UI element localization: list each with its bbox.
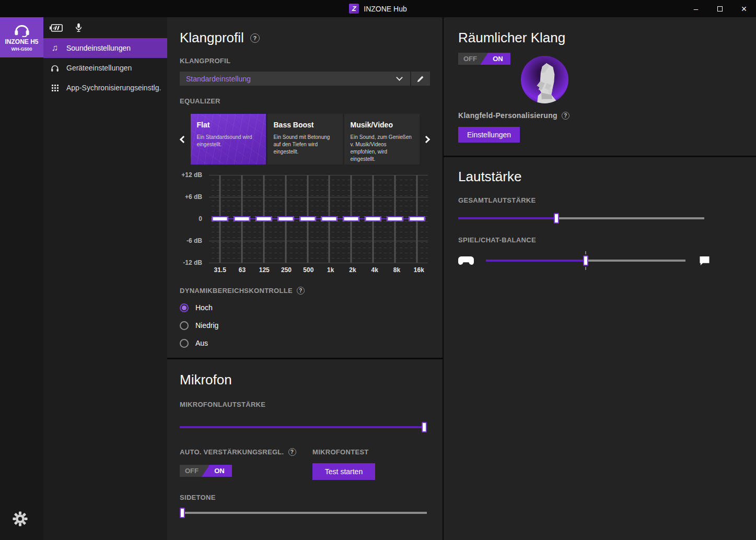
agc-label-text: AUTO. VERSTÄRKUNGSREGL. [180, 448, 284, 456]
radio-button[interactable] [180, 339, 189, 348]
eq-band-handle[interactable] [255, 216, 272, 221]
sidetone-track[interactable] [180, 512, 427, 514]
sidebar-item-ger-teeinstellungen[interactable]: Geräteeinstellungen [43, 58, 167, 78]
eq-band-handle[interactable] [321, 216, 338, 221]
preset-card-musik-video[interactable]: Musik/VideoEin Sound, zum Genießen v. Mu… [344, 114, 420, 165]
preset-description: Ein Sound mit Betonung auf den Tiefen wi… [274, 134, 337, 156]
eq-band-8k [384, 175, 406, 263]
sidetone-label: SIDETONE [180, 494, 430, 501]
mic-volume-slider[interactable] [180, 422, 427, 432]
preset-description: Ein Standardsound wird eingestellt. [197, 134, 260, 148]
edit-profile-button[interactable] [411, 72, 430, 86]
agc-label: AUTO. VERSTÄRKUNGSREGL. ? [180, 448, 312, 456]
eq-x-tick: 4k [364, 266, 386, 274]
eq-y-tick: -12 dB [183, 259, 202, 266]
eq-band-125 [253, 175, 275, 263]
help-icon[interactable]: ? [297, 287, 305, 295]
minimize-icon[interactable]: – [684, 0, 708, 17]
balance-fill [486, 260, 586, 262]
sound-profile-dropdown[interactable]: Standardeinstellung [180, 72, 430, 86]
spatial-sound-toggle[interactable]: OFF ON [458, 53, 510, 65]
titlebar: Z INZONE Hub – × [0, 0, 756, 17]
preset-name: Flat [197, 121, 260, 129]
chevron-down-icon [396, 74, 403, 81]
sound-profile-title-text: Klangprofil [180, 30, 244, 46]
eq-x-tick: 63 [231, 266, 253, 274]
eq-band-handle[interactable] [365, 216, 381, 221]
eq-band-handle[interactable] [387, 216, 403, 221]
eq-band-63 [231, 175, 253, 263]
mic-volume-fill [180, 426, 427, 428]
carousel-left-icon[interactable] [180, 114, 187, 165]
sidebar-item-app-sychronisierungseinstlg-[interactable]: App-Sychronisierungseinstlg. [43, 78, 167, 98]
master-volume-handle[interactable] [554, 213, 559, 224]
radio-label: Hoch [195, 303, 213, 312]
help-icon[interactable]: ? [250, 33, 260, 43]
settings-gear-button[interactable] [13, 511, 28, 529]
eq-band-handle[interactable] [212, 216, 228, 221]
sidetone-handle[interactable] [180, 508, 185, 518]
maximize-icon[interactable] [708, 0, 732, 17]
master-volume-slider[interactable] [458, 213, 704, 224]
device-tile[interactable]: INZONE H5 WH-G500 [0, 17, 43, 57]
microphone-section: Mikrofon MIKROFONLAUTSTÄRKE AUTO. VERSTÄ… [167, 359, 443, 540]
balance-handle[interactable] [583, 255, 588, 266]
personalization-settings-button[interactable]: Einstellungen [458, 127, 520, 143]
battery-icon [50, 24, 63, 32]
preset-card-flat[interactable]: FlatEin Standardsound wird eingestellt. [191, 114, 266, 165]
toggle-off-label: OFF [180, 465, 204, 477]
gear-icon [13, 511, 28, 526]
drc-option-niedrig[interactable]: Niedrig [180, 321, 430, 330]
preset-name: Bass Boost [274, 121, 337, 129]
eq-y-axis: +12 dB+6 dB0-6 dB-12 dB [180, 175, 209, 263]
preset-carousel: FlatEin Standardsound wird eingestellt.B… [180, 114, 430, 165]
eq-band-1k [319, 175, 341, 263]
eq-band-handle[interactable] [277, 216, 294, 221]
mic-test-block: MIKROFONTEST Test starten [312, 448, 430, 480]
eq-band-handle[interactable] [343, 216, 359, 221]
help-icon[interactable]: ? [288, 448, 296, 456]
eq-y-tick: +6 dB [185, 193, 202, 201]
drc-block: DYNAMIKBEREICHSKONTROLLE ? HochNiedrigAu… [180, 287, 430, 348]
inzone-logo-icon: Z [349, 4, 359, 14]
sidebar-item-soundeinstellungen[interactable]: ♫Soundeinstellungen [43, 38, 167, 58]
close-icon[interactable]: × [732, 0, 756, 17]
drc-label: DYNAMIKBEREICHSKONTROLLE ? [180, 287, 430, 295]
device-model: WH-G500 [11, 46, 32, 52]
balance-row [458, 251, 719, 270]
drc-option-hoch[interactable]: Hoch [180, 303, 430, 312]
radio-button[interactable] [180, 321, 189, 330]
app-title: INZONE Hub [364, 5, 406, 13]
drc-option-aus[interactable]: Aus [180, 338, 430, 348]
eq-x-tick: 16k [408, 266, 430, 274]
mic-status-icon [75, 23, 82, 32]
preset-card-bass-boost[interactable]: Bass BoostEin Sound mit Betonung auf den… [267, 114, 343, 165]
sidetone-slider[interactable] [180, 508, 427, 518]
mic-volume-handle[interactable] [422, 422, 427, 432]
toggle-off-label: OFF [458, 53, 482, 65]
balance-slider[interactable] [486, 251, 685, 270]
microphone-title-text: Mikrofon [180, 372, 232, 388]
radio-label: Aus [195, 339, 208, 347]
preset-cards: FlatEin Standardsound wird eingestellt.B… [191, 114, 420, 165]
sidebar-item-label: App-Sychronisierungseinstlg. [66, 84, 161, 92]
headphones-icon [50, 64, 60, 72]
radio-button[interactable] [180, 303, 189, 312]
agc-toggle[interactable]: OFF ON [180, 465, 232, 477]
sidebar-item-label: Geräteeinstellungen [66, 64, 132, 72]
eq-band-2k [340, 175, 362, 263]
carousel-right-icon[interactable] [423, 114, 430, 165]
volume-section: Lautstärke GESAMTLAUTSTÄRKE SPIEL/CHAT-B… [444, 157, 756, 540]
eq-band-handle[interactable] [234, 216, 250, 221]
maximize-box [717, 6, 723, 11]
controller-icon [458, 256, 474, 266]
eq-band-handle[interactable] [299, 216, 316, 221]
preset-description: Ein Sound, zum Genießen v. Musik/Videos … [351, 134, 414, 163]
eq-band-500 [297, 175, 319, 263]
eq-band-handle[interactable] [409, 216, 425, 221]
mic-test-start-button[interactable]: Test starten [312, 463, 375, 480]
music-note-icon: ♫ [50, 43, 60, 53]
spatial-sound-section: Räumlicher Klang OFF ON Klangfeld-Person… [444, 17, 756, 156]
help-icon[interactable]: ? [562, 112, 569, 120]
headset-icon [13, 24, 31, 37]
